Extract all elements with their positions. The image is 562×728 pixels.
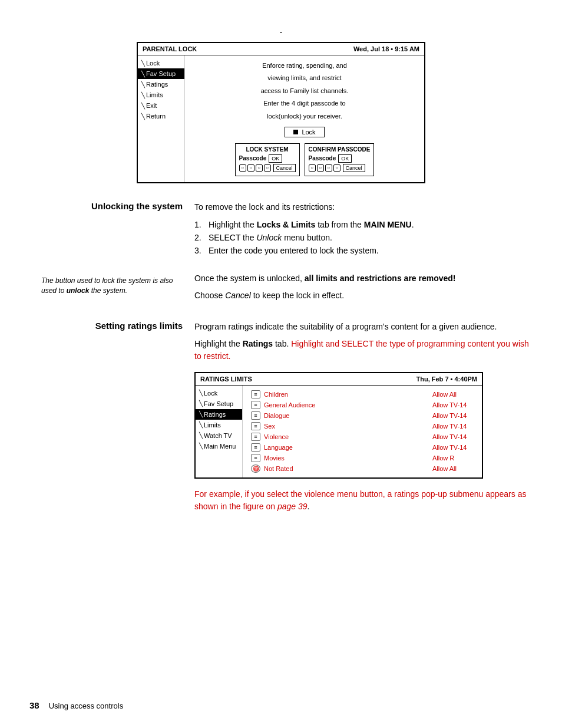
arrow-icon: ╲ [199,432,203,439]
unlocking-heading: Unlocking the system [29,201,183,211]
ratings-row-label[interactable]: Not Rated [264,465,429,472]
ratings-sidebar-watchtv[interactable]: ╲ Watch TV [196,430,242,441]
unlocking-intro: To remove the lock and its restrictions: [194,201,533,213]
ratings-row-value: Allow TV-14 [432,412,474,419]
content-line5: lock(unlock) your receiver. [194,112,415,121]
square-ratings-icon: ≡ [251,401,260,409]
square-ratings-icon: ≡ [251,454,260,462]
ratings-sidebar-favsetup[interactable]: ╲ Fav Setup [196,398,242,409]
lock-button[interactable]: Lock [285,127,324,137]
page-footer: 38 Using access controls [29,700,123,710]
ratings-row: ≡LanguageAllow TV-14 [249,442,476,453]
arrow-icon: ╲ [141,71,145,77]
ratings-row-label[interactable]: General Audience [264,401,429,409]
c-dot1: ○ [309,164,316,172]
unlocking-section: Unlocking the system To remove the lock … [29,201,533,264]
ratings-sidebar: ╲ Lock ╲ Fav Setup ╲ Ratings ╲ [196,386,243,477]
ratings-row-value: Allow TV-14 [432,433,474,440]
cancel-button[interactable]: Cancel [273,164,296,172]
ratings-row-label[interactable]: Language [264,444,429,451]
dot1: ○ [239,164,246,172]
dot2: ○ [247,164,254,172]
example-text-red: For example, if you select the violence … [194,489,526,511]
content-line4: Enter the 4 digit passcode to [194,99,415,108]
confirm-passcode-box: CONFIRM PASSCODE Passcode OK ○ ○ ○ ○ [305,143,375,176]
parental-lock-sidebar: ╲ Lock ╲ Fav Setup ╲ Ratings ╲ Limits ╲ [138,55,185,182]
ratings-screen-body: ╲ Lock ╲ Fav Setup ╲ Ratings ╲ [196,386,482,477]
ratings-row-value: Allow All [432,465,474,472]
ratings-row-label[interactable]: Children [264,391,429,398]
ratings-sidebar-limits[interactable]: ╲ Limits [196,420,242,430]
arrow-icon: ╲ [141,113,145,120]
c-dot3: ○ [325,164,332,172]
arrow-icon: ╲ [141,81,145,88]
ratings-screen-datetime: Thu, Feb 7 • 4:40PM [416,375,477,383]
ok-button[interactable]: OK [269,154,282,163]
ratings-row: ≡General AudienceAllow TV-14 [249,400,476,410]
ratings-content-outer: Program ratings indicate the suitability… [194,321,533,518]
content-line2: viewing limits, and restrict [194,74,415,83]
ratings-row-value: Allow All [432,391,474,398]
ratings-row-label[interactable]: Violence [264,433,429,440]
confirm-cancel-button[interactable]: Cancel [343,164,365,172]
arrow-icon: ╲ [141,103,145,109]
screen-title: PARENTAL LOCK [143,45,197,52]
example-end: . [307,502,309,511]
ratings-row: ≡ViolenceAllow TV-14 [249,431,476,442]
sidebar-item-return[interactable]: ╲ Return [138,111,184,121]
sidebar-item-exit[interactable]: ╲ Exit [138,100,184,111]
c-dot4: ○ [333,164,340,172]
square-ratings-icon: ≡ [251,411,260,420]
sidebar-item-lock[interactable]: ╲ Lock [138,58,184,68]
unlocking-note-content: Once the system is unlocked, all limits … [194,272,533,307]
ratings-screen-header: RATINGS LIMITS Thu, Feb 7 • 4:40PM [196,373,482,386]
ratings-row-label[interactable]: Movies [264,454,429,462]
screen-header: PARENTAL LOCK Wed, Jul 18 • 9:15 AM [138,43,424,55]
dot4: ○ [264,164,271,172]
screen-body: ╲ Lock ╲ Fav Setup ╲ Ratings ╲ Limits ╲ [138,55,424,182]
unlocking-note-label: The button used to lock the system is al… [29,272,194,307]
passcode-dots: ○ ○ ○ ○ [239,164,271,172]
confirm-passcode-dots: ○ ○ ○ ○ [309,164,340,172]
ratings-row-label[interactable]: Sex [264,423,429,430]
square-ratings-icon: ≡ [251,422,260,430]
confirm-passcode-title: CONFIRM PASSCODE [309,146,371,153]
unlocking-note-section: The button used to lock the system is al… [29,272,533,307]
ratings-sidebar-mainmenu[interactable]: ╲ Main Menu [196,441,242,452]
ratings-row: ≡DialogueAllow TV-14 [249,410,476,421]
sidebar-item-limits[interactable]: ╲ Limits [138,90,184,100]
ratings-heading: Setting ratings limits [29,321,183,331]
step-3: Enter the code you entered to lock the s… [194,244,533,257]
arrow-icon: ╲ [141,60,145,67]
confirm-passcode-label: Passcode [309,155,336,162]
ratings-screen-title: RATINGS LIMITS [200,375,252,383]
sidebar-item-favsetup[interactable]: ╲ Fav Setup [138,68,184,79]
footer-text: Using access controls [49,701,123,710]
arrow-icon: ╲ [199,421,203,428]
ratings-sidebar-lock[interactable]: ╲ Lock [196,388,242,398]
confirm-row2: ○ ○ ○ ○ Cancel [309,164,371,172]
ratings-sidebar-ratings[interactable]: ╲ Ratings [196,409,242,420]
lock-label: Lock [302,129,315,136]
ratings-label: Setting ratings limits [29,321,194,518]
square-ratings-icon: ≡ [251,433,260,441]
content-line1: Enforce rating, spending, and [194,61,415,70]
content-line3: access to Family list channels. [194,87,415,95]
sidebar-item-ratings[interactable]: ╲ Ratings [138,79,184,90]
once-unlocked-text: Once the system is unlocked, all limits … [194,272,533,285]
ratings-row-value: Allow TV-14 [432,401,474,409]
arrow-icon: ╲ [199,443,203,449]
unlocking-label: Unlocking the system [29,201,194,264]
passcode-label: Passcode [239,155,267,162]
top-dot: . [29,24,533,36]
unlocking-steps: Highlight the Locks & Limits tab from th… [194,218,533,257]
ratings-row: ≡SexAllow TV-14 [249,421,476,431]
square-ratings-icon: ≡ [251,390,260,398]
step-1: Highlight the Locks & Limits tab from th… [194,218,533,231]
ratings-rows-container: ≡ChildrenAllow All≡General AudienceAllow… [243,386,482,477]
ratings-row-label[interactable]: Dialogue [264,412,429,419]
confirm-ok-button[interactable]: OK [338,154,352,163]
unlocking-content: To remove the lock and its restrictions:… [194,201,533,264]
page-link[interactable]: page 39 [277,502,308,511]
dot3: ○ [256,164,263,172]
